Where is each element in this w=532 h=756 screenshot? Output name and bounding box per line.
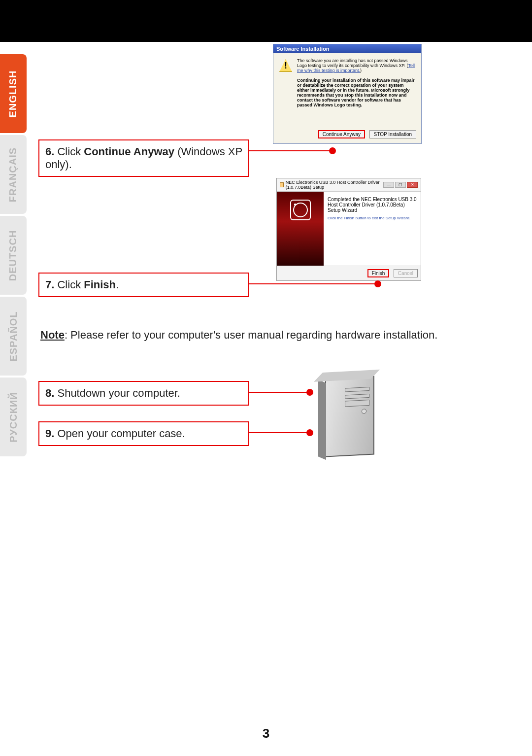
dialog-setup-wizard: NEC Electronics USB 3.0 Host Controller … — [276, 178, 421, 281]
finish-button[interactable]: Finish — [367, 269, 390, 277]
power-button-icon — [362, 409, 366, 414]
computer-illustration — [315, 372, 384, 466]
step-text-pre: Click — [54, 278, 84, 291]
lang-tab-english[interactable]: ENGLISH — [0, 54, 27, 133]
lang-tab-francais[interactable]: FRANÇAIS — [0, 135, 27, 214]
dialog-title: Software Installation — [273, 44, 421, 53]
step-text-pre: Click — [54, 145, 84, 158]
note-body: : Please refer to your computer's user m… — [65, 329, 437, 341]
step-9-box: 9. Open your computer case. — [38, 421, 249, 446]
step-text: Open your computer case. — [54, 427, 185, 440]
lang-label: ESPAÑOL — [8, 311, 19, 361]
dialog-buttons: Continue Anyway STOP Installation — [273, 127, 421, 143]
step-number: 7. — [45, 278, 54, 291]
step-8-box: 8. Shutdown your computer. — [38, 381, 249, 406]
step-6-box: 6. Click Continue Anyway (Windows XP onl… — [38, 139, 249, 177]
drive-bay — [345, 400, 369, 407]
wizard-text: Completed the NEC Electronics USB 3.0 Ho… — [324, 192, 421, 266]
step-bold: Finish — [84, 278, 116, 291]
drive-bay — [345, 387, 369, 392]
lang-tab-espanol[interactable]: ESPAÑOL — [0, 297, 27, 376]
page-content: ENGLISH FRANÇAIS DEUTSCH ESPAÑOL РУССКИЙ… — [0, 42, 532, 756]
app-icon — [280, 182, 284, 187]
dialog-line1: The software you are installing has not … — [297, 58, 408, 68]
dialog-software-installation: Software Installation ! The software you… — [273, 44, 422, 144]
computer-tower — [325, 376, 374, 457]
lang-label: DEUTSCH — [8, 230, 19, 281]
cancel-button[interactable]: Cancel — [394, 269, 418, 277]
lang-label: FRANÇAIS — [8, 147, 19, 202]
drive-bay — [345, 394, 369, 399]
step-number: 8. — [45, 387, 54, 399]
minimize-button[interactable]: — — [383, 182, 394, 188]
wizard-heading: Completed the NEC Electronics USB 3.0 Ho… — [328, 197, 417, 213]
step-text: Shutdown your computer. — [54, 387, 180, 399]
wizard-title: NEC Electronics USB 3.0 Host Controller … — [286, 180, 383, 190]
step-bold: Continue Anyway — [84, 145, 174, 158]
continue-anyway-button[interactable]: Continue Anyway — [318, 130, 365, 138]
lang-tab-deutsch[interactable]: DEUTSCH — [0, 216, 27, 295]
dialog-text-1: The software you are installing has not … — [297, 58, 415, 73]
wizard-sidebar-art — [277, 192, 324, 266]
step-text-post: . — [116, 278, 119, 291]
wizard-subtext: Click the Finish button to exit the Setu… — [328, 216, 417, 220]
stop-installation-button[interactable]: STOP Installation — [369, 130, 416, 138]
wizard-titlebar: NEC Electronics USB 3.0 Host Controller … — [277, 178, 421, 192]
lang-tab-russian[interactable]: РУССКИЙ — [0, 378, 27, 456]
connector-step8 — [249, 392, 309, 393]
maximize-button[interactable]: ▢ — [395, 182, 406, 188]
connector-step7 — [249, 283, 377, 284]
lang-label: РУССКИЙ — [8, 392, 19, 442]
note-text: Note: Please refer to your computer's us… — [40, 329, 437, 342]
warning-icon: ! — [279, 59, 292, 72]
close-button[interactable]: ✕ — [407, 182, 418, 188]
connector-step6 — [249, 150, 332, 151]
wizard-footer: Finish Cancel — [277, 266, 421, 280]
lang-label: ENGLISH — [8, 70, 19, 117]
connector-step9 — [249, 432, 309, 433]
top-black-bar — [0, 0, 532, 42]
dialog-text-2: Continuing your installation of this sof… — [297, 78, 415, 107]
page-number: 3 — [0, 726, 532, 741]
step-number: 9. — [45, 427, 54, 440]
language-tabs: ENGLISH FRANÇAIS DEUTSCH ESPAÑOL РУССКИЙ — [0, 54, 27, 458]
note-label: Note — [40, 329, 65, 341]
step-7-box: 7. Click Finish. — [38, 273, 249, 297]
step-number: 6. — [45, 145, 54, 158]
dialog-body: ! The software you are installing has no… — [273, 53, 421, 127]
